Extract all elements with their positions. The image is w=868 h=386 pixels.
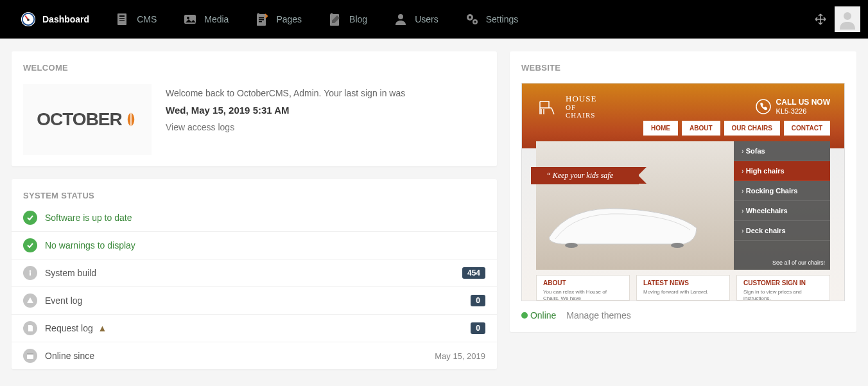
status-row[interactable]: System build454: [12, 259, 497, 286]
call-us: CALL US NOW KL5-3226: [756, 98, 830, 115]
category-sidebar: SofasHigh chairsRocking ChairsWheelchair…: [734, 141, 830, 270]
signin-date: Wed, May 15, 2019 5:31 AM: [166, 105, 405, 116]
hero-area: “ Keep your kids safe SofasHigh chairsRo…: [536, 141, 830, 270]
status-badge: 454: [462, 267, 485, 279]
status-badge: 0: [471, 295, 485, 306]
nav-item-cms[interactable]: CMS: [102, 0, 169, 39]
system-status-title: SYSTEM STATUS: [12, 179, 497, 200]
pages-icon: [254, 12, 270, 27]
warning-icon: ▲: [96, 323, 107, 333]
nav-item-blog[interactable]: Blog: [315, 0, 380, 39]
category-item[interactable]: Sofas: [734, 141, 830, 161]
status-label: No warnings to display: [45, 240, 485, 250]
svg-point-9: [187, 17, 189, 19]
status-label: Event log: [45, 295, 463, 306]
info-icon: [23, 266, 37, 280]
nav-item-dashboard[interactable]: Dashboard: [8, 0, 102, 39]
site-tab[interactable]: CONTACT: [784, 121, 830, 136]
cms-icon: [115, 12, 130, 27]
svg-point-23: [30, 270, 31, 272]
status-row[interactable]: Event log0: [12, 286, 497, 314]
nav-item-settings[interactable]: Settings: [451, 0, 532, 39]
nav-item-users[interactable]: Users: [380, 0, 451, 39]
site-tab[interactable]: ABOUT: [682, 121, 720, 136]
media-icon: [182, 12, 198, 27]
view-access-logs-link[interactable]: View access logs: [166, 122, 405, 132]
user-avatar[interactable]: [835, 6, 860, 32]
chair-icon: [536, 95, 559, 118]
col-heading: ABOUT: [543, 279, 623, 286]
online-dot-icon: [521, 312, 528, 319]
calendar-icon: [23, 349, 37, 363]
status-row[interactable]: Software is up to date: [12, 200, 497, 231]
svg-rect-4: [117, 13, 126, 25]
svg-point-3: [27, 19, 30, 21]
users-icon: [393, 12, 408, 27]
svg-rect-12: [259, 17, 264, 19]
welcome-panel: WELCOME OCTOBER Welcome back to OctoberC…: [12, 51, 497, 166]
status-label: Request log ▲: [45, 323, 463, 333]
website-title: WEBSITE: [510, 51, 856, 73]
nav-item-media[interactable]: Media: [169, 0, 241, 39]
welcome-greeting: Welcome back to OctoberCMS, Admin. Your …: [166, 88, 405, 98]
nav-item-pages[interactable]: Pages: [241, 0, 315, 39]
svg-point-21: [474, 21, 476, 23]
category-item[interactable]: High chairs: [734, 161, 830, 181]
online-status: Online: [521, 310, 556, 320]
footer-column: CUSTOMER SIGN INSign in to view prices a…: [736, 275, 830, 301]
settings-icon: [464, 12, 480, 27]
svg-point-17: [398, 14, 403, 19]
welcome-title: WELCOME: [12, 51, 497, 73]
nav-label: Users: [415, 14, 438, 24]
svg-point-33: [671, 243, 684, 248]
status-value: May 15, 2019: [435, 351, 485, 361]
nav-label: Blog: [349, 14, 367, 24]
file-icon: [23, 321, 37, 335]
category-item[interactable]: Deck chairs: [734, 221, 830, 241]
svg-rect-13: [259, 19, 264, 21]
see-all-link[interactable]: See all of our chairs!: [772, 259, 825, 266]
status-label: System build: [45, 268, 455, 278]
nav-label: Settings: [486, 14, 519, 24]
status-row[interactable]: No warnings to display: [12, 231, 497, 259]
svg-point-22: [844, 12, 851, 20]
move-icon[interactable]: [814, 13, 827, 26]
site-tab[interactable]: HOME: [643, 121, 678, 136]
website-preview: HOUSE OF CHAIRS CALL US NOW KL5-3226 HOM…: [521, 83, 845, 301]
website-panel: WEBSITE HOUSE OF CHAIRS: [510, 51, 856, 332]
phone-icon: [756, 99, 771, 114]
dashboard-icon: [21, 12, 36, 27]
site-brand: HOUSE OF CHAIRS: [536, 94, 596, 119]
svg-rect-5: [119, 15, 125, 17]
col-heading: CUSTOMER SIGN IN: [743, 279, 823, 286]
check-icon: [23, 238, 37, 252]
left-column: WELCOME OCTOBER Welcome back to OctoberC…: [12, 51, 497, 386]
blog-icon: [327, 12, 343, 27]
svg-rect-14: [259, 21, 262, 22]
logo-text: OCTOBER: [37, 109, 122, 130]
category-item[interactable]: Wheelchairs: [734, 201, 830, 221]
status-row[interactable]: Request log ▲0: [12, 314, 497, 342]
status-badge: 0: [471, 322, 485, 334]
sofa-image: [542, 193, 703, 250]
top-nav: Dashboard CMS Media Pages Blog: [0, 0, 868, 39]
svg-point-32: [565, 243, 578, 248]
col-text: Moving forward with Laravel.: [643, 289, 723, 295]
svg-rect-24: [30, 272, 31, 276]
col-text: Sign in to view prices and instructions.: [743, 289, 823, 301]
site-tab[interactable]: OUR CHAIRS: [724, 121, 780, 136]
col-text: You can relax with House of Chairs. We h…: [543, 289, 623, 301]
category-item[interactable]: Rocking Chairs: [734, 181, 830, 201]
footer-column: LATEST NEWSMoving forward with Laravel.: [636, 275, 730, 301]
svg-rect-6: [119, 18, 125, 19]
manage-themes-link[interactable]: Manage themes: [566, 310, 630, 320]
col-heading: LATEST NEWS: [643, 279, 723, 286]
leaf-icon: [124, 111, 138, 128]
october-logo: OCTOBER: [23, 84, 152, 155]
status-row[interactable]: Online sinceMay 15, 2019: [12, 342, 497, 369]
main: WELCOME OCTOBER Welcome back to OctoberC…: [0, 39, 868, 386]
nav-label: CMS: [137, 14, 157, 24]
status-label: Online since: [45, 351, 427, 361]
nav-label: Dashboard: [42, 14, 89, 24]
nav-label: Pages: [276, 14, 302, 24]
